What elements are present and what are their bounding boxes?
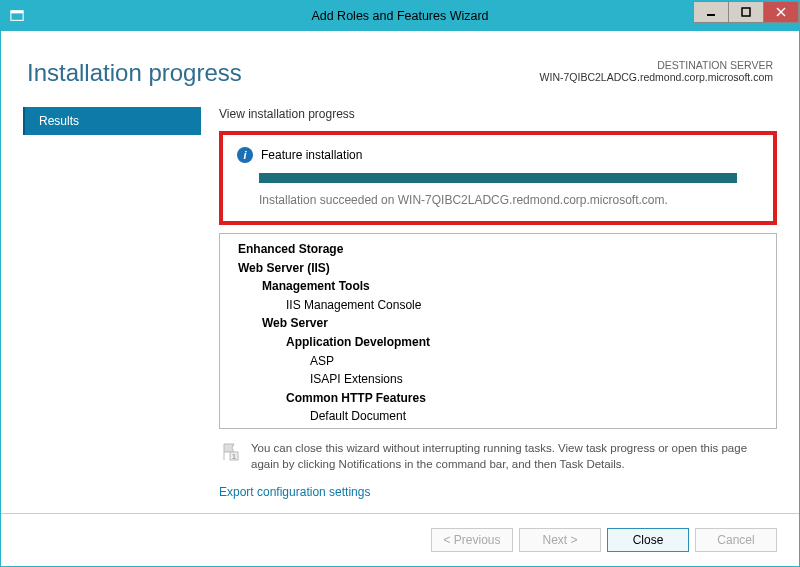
main-area: View installation progress i Feature ins… xyxy=(219,107,777,513)
body-row: Results View installation progress i Fea… xyxy=(1,107,799,513)
svg-text:1: 1 xyxy=(232,452,237,461)
feature-tree[interactable]: Enhanced StorageWeb Server (IIS)Manageme… xyxy=(219,233,777,429)
sidebar-item-label: Results xyxy=(39,114,79,128)
tree-item: IIS Management Console xyxy=(230,296,766,315)
header-row: Installation progress DESTINATION SERVER… xyxy=(1,31,799,107)
tree-item: Application Development xyxy=(230,333,766,352)
titlebar: Add Roles and Features Wizard xyxy=(1,1,799,31)
view-progress-label: View installation progress xyxy=(219,107,777,121)
close-window-button[interactable] xyxy=(763,1,799,23)
progress-bar xyxy=(259,173,737,183)
cancel-button: Cancel xyxy=(695,528,777,552)
tree-item: ASP xyxy=(230,352,766,371)
previous-button: < Previous xyxy=(431,528,513,552)
content-area: Installation progress DESTINATION SERVER… xyxy=(1,31,799,566)
tree-item: Web Server (IIS) xyxy=(230,259,766,278)
sidebar: Results xyxy=(23,107,201,513)
highlight-box: i Feature installation Installation succ… xyxy=(219,131,777,225)
window-controls xyxy=(694,1,799,31)
sidebar-item-results[interactable]: Results xyxy=(23,107,201,135)
tree-item: Common HTTP Features xyxy=(230,389,766,408)
info-icon: i xyxy=(237,147,253,163)
svg-rect-1 xyxy=(11,11,23,14)
destination-block: DESTINATION SERVER WIN-7QIBC2LADCG.redmo… xyxy=(540,59,773,83)
minimize-button[interactable] xyxy=(693,1,729,23)
svg-rect-3 xyxy=(742,8,750,16)
next-button: Next > xyxy=(519,528,601,552)
tree-item: Default Document xyxy=(230,407,766,426)
window-title: Add Roles and Features Wizard xyxy=(1,9,799,23)
hint-text: You can close this wizard without interr… xyxy=(251,441,777,472)
tree-item: Management Tools xyxy=(230,277,766,296)
close-button[interactable]: Close xyxy=(607,528,689,552)
wizard-window: Add Roles and Features Wizard Installati… xyxy=(0,0,800,567)
link-row: Export configuration settings xyxy=(219,480,777,506)
status-text: Installation succeeded on WIN-7QIBC2LADC… xyxy=(259,193,759,207)
flag-icon: 1 xyxy=(219,441,241,463)
maximize-button[interactable] xyxy=(728,1,764,23)
hint-row: 1 You can close this wizard without inte… xyxy=(219,439,777,480)
app-icon xyxy=(7,6,27,26)
tree-item: ISAPI Extensions xyxy=(230,370,766,389)
destination-label: DESTINATION SERVER xyxy=(540,59,773,71)
feature-title-row: i Feature installation xyxy=(237,147,759,163)
export-settings-link[interactable]: Export configuration settings xyxy=(219,485,370,499)
tree-item: Enhanced Storage xyxy=(230,240,766,259)
tree-item: Directory Browsing xyxy=(230,426,766,429)
tree-item: Web Server xyxy=(230,314,766,333)
feature-title: Feature installation xyxy=(261,148,362,162)
footer: < Previous Next > Close Cancel xyxy=(1,513,799,566)
page-title: Installation progress xyxy=(27,59,540,87)
destination-server: WIN-7QIBC2LADCG.redmond.corp.microsoft.c… xyxy=(540,71,773,83)
